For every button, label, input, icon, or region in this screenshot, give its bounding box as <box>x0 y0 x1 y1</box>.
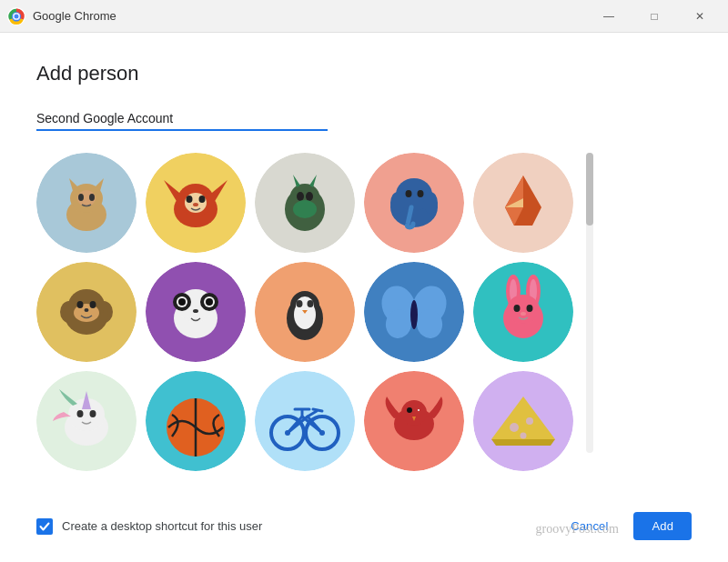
avatar-elephant[interactable] <box>364 153 464 253</box>
avatar-dragon[interactable] <box>255 153 355 253</box>
app-title: Google Chrome <box>33 9 116 23</box>
svg-point-29 <box>306 192 313 201</box>
avatar-butterfly[interactable] <box>364 262 464 362</box>
avatar-fox[interactable] <box>146 153 246 253</box>
svg-point-5 <box>15 14 19 18</box>
svg-point-87 <box>521 312 526 316</box>
svg-point-28 <box>297 192 304 201</box>
svg-point-63 <box>193 309 198 313</box>
avatars-grid <box>36 153 581 490</box>
checkbox-label: Create a desktop shortcut for this user <box>62 519 262 533</box>
svg-point-30 <box>293 200 317 218</box>
svg-point-37 <box>418 190 424 197</box>
svg-point-12 <box>78 194 84 201</box>
svg-point-21 <box>199 196 206 203</box>
svg-point-93 <box>90 410 96 417</box>
svg-point-61 <box>206 298 213 306</box>
svg-point-36 <box>406 190 412 197</box>
svg-point-86 <box>527 305 533 312</box>
avatar-origami-fox[interactable] <box>473 153 573 253</box>
svg-point-22 <box>193 203 198 206</box>
svg-point-13 <box>89 194 95 201</box>
svg-point-111 <box>526 417 533 425</box>
maximize-button[interactable]: □ <box>633 2 675 31</box>
avatar-unicorn[interactable] <box>36 371 136 471</box>
svg-point-50 <box>77 301 84 308</box>
svg-point-105 <box>418 409 420 411</box>
scrollbar-thumb[interactable] <box>586 153 593 226</box>
name-input[interactable] <box>36 107 328 131</box>
avatar-bird[interactable] <box>364 371 464 471</box>
avatar-cheese[interactable] <box>473 371 573 471</box>
avatar-cat[interactable] <box>36 153 136 253</box>
title-bar: Google Chrome — □ ✕ <box>0 0 728 33</box>
chrome-logo-icon <box>7 7 25 25</box>
desktop-shortcut-checkbox[interactable] <box>36 518 53 535</box>
avatar-penguin[interactable] <box>255 262 355 362</box>
dialog-title: Add person <box>36 62 692 85</box>
avatar-panda[interactable] <box>146 262 246 362</box>
svg-point-112 <box>521 433 527 439</box>
svg-point-85 <box>514 305 521 312</box>
svg-point-35 <box>423 192 438 214</box>
svg-point-60 <box>178 298 186 306</box>
add-button[interactable]: Add <box>633 512 692 540</box>
svg-point-52 <box>85 308 89 312</box>
svg-point-110 <box>510 423 519 432</box>
checkbox-row: Create a desktop shortcut for this user <box>36 518 262 535</box>
checkmark-icon <box>39 521 50 532</box>
name-input-wrapper <box>36 107 328 131</box>
window-controls: — □ ✕ <box>588 2 721 31</box>
close-button[interactable]: ✕ <box>679 2 721 31</box>
avatars-outer <box>36 153 692 490</box>
avatar-rabbit[interactable] <box>473 262 573 362</box>
avatar-basketball[interactable] <box>146 371 246 471</box>
add-person-dialog: Add person <box>0 33 728 562</box>
svg-point-96 <box>255 371 355 471</box>
avatar-monkey[interactable] <box>36 262 136 362</box>
svg-marker-109 <box>491 439 555 446</box>
svg-point-20 <box>187 196 193 203</box>
minimize-button[interactable]: — <box>588 2 630 31</box>
avatar-bicycle[interactable] <box>255 371 355 471</box>
scrollbar-track[interactable] <box>586 153 593 453</box>
svg-point-77 <box>410 300 418 329</box>
title-bar-left: Google Chrome <box>7 7 116 25</box>
svg-point-70 <box>308 300 314 307</box>
svg-point-104 <box>407 407 412 413</box>
svg-point-51 <box>90 301 96 308</box>
watermark: groovyPost.com <box>536 522 619 537</box>
svg-point-34 <box>390 192 405 214</box>
svg-point-69 <box>297 300 303 307</box>
svg-point-92 <box>77 410 84 417</box>
svg-point-103 <box>401 400 427 426</box>
